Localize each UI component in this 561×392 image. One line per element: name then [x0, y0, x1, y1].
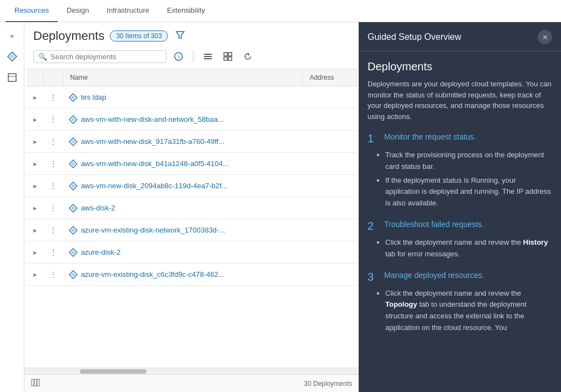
more-actions-icon[interactable]: ⋮	[49, 182, 58, 190]
expand-icon[interactable]: ►	[32, 205, 38, 212]
columns-button[interactable]	[31, 378, 40, 389]
expand-cell[interactable]: ►	[27, 175, 44, 197]
expand-cell[interactable]: ►	[27, 219, 44, 241]
col-name: Name	[63, 69, 303, 86]
svg-rect-35	[37, 379, 39, 386]
sidebar-collapse-btn[interactable]: »	[3, 27, 21, 44]
info-button[interactable]: i	[171, 49, 186, 64]
expand-icon[interactable]: ►	[32, 116, 38, 123]
sidebar-item-resources[interactable]	[3, 48, 21, 65]
deployment-name-link[interactable]: aws-vm-with-new-disk_b41a1248-a0f5-4104.…	[69, 159, 297, 168]
table-row: ►⋮ aws-vm-with-new-disk_b41a1248-a0f5-41…	[27, 153, 356, 175]
main-layout: » Deployments 30 Items of 303	[0, 22, 561, 392]
more-actions-icon[interactable]: ⋮	[49, 93, 58, 102]
expand-cell[interactable]: ►	[27, 153, 44, 175]
more-actions-cell[interactable]: ⋮	[44, 264, 63, 286]
name-cell: aws-vm-with-new-disk-and-network_58baa..…	[63, 109, 303, 131]
deployment-name-link[interactable]: aws-vm-new-disk_2094ab8c-119d-4ea7-b2f..…	[69, 182, 297, 190]
svg-rect-7	[204, 54, 212, 55]
expand-cell[interactable]: ►	[27, 197, 44, 219]
svg-marker-24	[71, 184, 75, 188]
top-navigation: Resources Design Infrastructure Extensib…	[0, 0, 561, 22]
step-3-bullet-1: Click the deployment name and review the…	[385, 288, 552, 334]
deployment-name-link[interactable]: aws-disk-2	[69, 204, 297, 213]
search-input[interactable]	[50, 53, 161, 61]
more-actions-cell[interactable]: ⋮	[44, 131, 63, 153]
deployment-name-link[interactable]: tes ldap	[69, 93, 297, 102]
tab-extensibility[interactable]: Extensibility	[158, 0, 214, 22]
grid-view-button[interactable]	[220, 49, 236, 64]
expand-cell[interactable]: ►	[27, 109, 44, 131]
address-cell	[303, 264, 356, 286]
tab-infrastructure[interactable]: Infrastructure	[98, 0, 159, 22]
expand-cell[interactable]: ►	[27, 241, 44, 264]
more-actions-icon[interactable]: ⋮	[49, 226, 58, 235]
more-actions-icon[interactable]: ⋮	[49, 159, 58, 168]
table-row: ►⋮ aws-vm-new-disk_2094ab8c-119d-4ea7-b2…	[27, 175, 356, 197]
deployment-name-link[interactable]: azure-disk-2	[69, 248, 297, 257]
deployment-name-link[interactable]: aws-vm-with-new-disk-and-network_58baa..…	[69, 115, 297, 124]
tab-design[interactable]: Design	[58, 0, 98, 22]
more-actions-icon[interactable]: ⋮	[49, 115, 58, 124]
svg-rect-8	[204, 56, 212, 57]
tab-resources[interactable]: Resources	[6, 0, 58, 22]
more-actions-icon[interactable]: ⋮	[49, 204, 58, 213]
more-actions-cell[interactable]: ⋮	[44, 241, 63, 264]
deployment-name-link[interactable]: azure-vm-existing-disk_c6c3fd9c-c478-462…	[69, 270, 297, 279]
col-address: Address	[303, 69, 356, 86]
expand-icon[interactable]: ►	[32, 138, 38, 145]
expand-cell[interactable]: ►	[27, 131, 44, 153]
search-icon: 🔍	[38, 53, 47, 61]
step-2-header: 2 Troubleshoot failed requests.	[368, 219, 552, 233]
name-cell: azure-vm-existing-disk-network_1700383d-…	[63, 219, 303, 241]
refresh-button[interactable]	[240, 49, 256, 64]
horizontal-scrollbar[interactable]	[24, 368, 359, 374]
more-actions-cell[interactable]: ⋮	[44, 86, 63, 109]
expand-icon[interactable]: ►	[32, 183, 38, 189]
expand-cell[interactable]: ►	[27, 86, 44, 109]
expand-cell[interactable]: ►	[27, 264, 44, 286]
deployment-diamond-icon	[69, 204, 78, 213]
h-scroll-thumb[interactable]	[80, 369, 146, 374]
svg-rect-13	[228, 57, 232, 60]
more-actions-icon[interactable]: ⋮	[49, 270, 58, 279]
toolbar-row: 🔍 i	[24, 47, 359, 69]
expand-icon[interactable]: ►	[32, 271, 38, 278]
more-actions-icon[interactable]: ⋮	[49, 248, 58, 257]
close-guided-panel-button[interactable]: ✕	[538, 30, 552, 44]
expand-icon[interactable]: ►	[32, 227, 38, 234]
name-cell: aws-vm-with-new-disk_b41a1248-a0f5-4104.…	[63, 153, 303, 175]
more-actions-cell[interactable]: ⋮	[44, 175, 63, 197]
deployment-name-link[interactable]: azure-vm-existing-disk-network_1700383d-…	[69, 226, 297, 235]
deployment-name-link[interactable]: aws-vm-with-new-disk_917a31fb-a760-49ff.…	[69, 137, 297, 146]
name-cell: aws-vm-new-disk_2094ab8c-119d-4ea7-b2f..…	[63, 175, 303, 197]
address-cell	[303, 219, 356, 241]
more-actions-cell[interactable]: ⋮	[44, 109, 63, 131]
deployment-diamond-icon	[69, 93, 78, 102]
search-wrapper: 🔍	[33, 50, 166, 63]
svg-marker-16	[71, 95, 75, 100]
step-3-title: Manage deployed resources.	[384, 270, 484, 281]
more-actions-icon[interactable]: ⋮	[49, 137, 58, 146]
box-nav-icon	[7, 73, 17, 82]
expand-icon[interactable]: ►	[32, 161, 38, 167]
svg-text:i: i	[178, 54, 179, 60]
step-1-bullet-1: Track the provisioning process on the de…	[385, 149, 552, 173]
deployment-diamond-icon	[69, 270, 78, 279]
guided-panel-title: Guided Setup Overview	[368, 32, 461, 42]
more-actions-cell[interactable]: ⋮	[44, 219, 63, 241]
step-1-number: 1	[368, 132, 379, 145]
svg-rect-34	[34, 379, 37, 386]
diamond-nav-icon	[7, 51, 17, 61]
sidebar-item-box[interactable]	[3, 69, 21, 86]
more-actions-cell[interactable]: ⋮	[44, 153, 63, 175]
expand-icon[interactable]: ►	[32, 94, 38, 101]
step-2-bullets: Click the deployment name and review the…	[368, 237, 552, 260]
more-actions-cell[interactable]: ⋮	[44, 197, 63, 219]
list-view-button[interactable]	[200, 49, 216, 64]
filter-icon[interactable]	[176, 30, 185, 42]
page-header: Deployments 30 Items of 303	[24, 22, 359, 47]
address-cell	[303, 86, 356, 109]
step-1-title: Monitor the request status.	[384, 132, 476, 143]
expand-icon[interactable]: ►	[32, 249, 38, 256]
